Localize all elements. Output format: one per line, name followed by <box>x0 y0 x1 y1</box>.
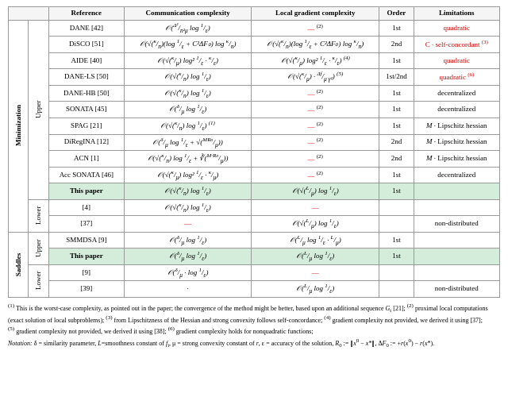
limit-danehb50: decentralized <box>414 85 499 102</box>
footnote-1: (1) This is the worst-case complexity, a… <box>8 302 500 324</box>
ref-lower37: [37] <box>48 216 124 233</box>
local-sonata45: — (2) <box>252 102 379 118</box>
ref-acn1: ACN [1] <box>48 151 124 168</box>
comm-disco51: 𝒪 (√(κ/n)(log 1/ε + C²ΔF₀) log κ/n) <box>124 37 252 53</box>
main-page: Reference Communication complexity Local… <box>0 0 508 357</box>
limit-lower4 <box>414 199 499 216</box>
limit-thispaper-sad <box>414 249 499 265</box>
local-diregina12: — (2) <box>252 134 379 151</box>
table-row: DiSCO [51] 𝒪 (√(κ/n)(log 1/ε + C²ΔF₀) lo… <box>9 37 500 53</box>
table-row: SONATA [45] 𝒪 (δ/μ log 1/ε) — (2) 1st de… <box>9 102 500 118</box>
header-empty <box>9 7 49 21</box>
local-smmdsa9: 𝒪 (L/μ log 1/ε · L/μ) <box>252 232 379 249</box>
comm-thispaper-sad: 𝒪 (δ/μ log 1/ε) <box>124 249 252 265</box>
table-row: Minimization Upper DANE [42] 𝒪 (Δ²/n²μ l… <box>9 20 500 37</box>
order-lower37 <box>379 216 414 233</box>
comm-smmdsa9: 𝒪 (δ/μ log 1/ε) <box>124 232 252 249</box>
local-disco51: 𝒪 (√(κ/n)(log 1/ε + C²ΔF₀) log κ/n) <box>252 37 379 53</box>
ref-danels50: DANE-LS [50] <box>48 69 124 86</box>
table-row-this-paper-min: This paper 𝒪 (√(κ/n) log 1/ε) 𝒪 (√(L/μ) … <box>9 183 500 200</box>
limit-diregina12: M · Lipschitz hessian <box>414 134 499 151</box>
order-danehb50: 1st <box>379 85 414 102</box>
limit-danels50: quadratic (6) <box>414 69 499 86</box>
order-danels50: 1st/2nd <box>379 69 414 86</box>
ref-accsonata46: Acc SONATA [46] <box>48 167 124 183</box>
local-accsonata46: — (2) <box>252 167 379 183</box>
sublabel-upper-sad: Upper <box>29 232 48 264</box>
limit-smmdsa9 <box>414 232 499 249</box>
footnote-2: (5) gradient complexity not provided, we… <box>8 326 500 336</box>
comm-accsonata46: 𝒪 (√(κ/μ) log² 1/ε · κ/μ) <box>124 167 252 183</box>
comm-lower37: — <box>124 216 252 233</box>
table-row: ACN [1] 𝒪 (√(κ/n) log 1/ε + ∛(M·R₀/μ)) —… <box>9 151 500 168</box>
table-row: Lower [4] 𝒪 (√(κ/n) log 1/ε) — <box>9 199 500 216</box>
header-reference: Reference <box>48 7 124 21</box>
order-accsonata46: 1st <box>379 167 414 183</box>
local-sad-lower39: 𝒪 (L/μ log 1/ε) <box>252 281 379 298</box>
ref-thispaper-sad: This paper <box>48 249 124 265</box>
limit-spag21: M · Lipschitz hessian <box>414 118 499 134</box>
local-acn1: — (2) <box>252 151 379 168</box>
section-saddles: Saddles <box>9 232 29 297</box>
ref-spag21: SPAG [21] <box>48 118 124 134</box>
ref-dane42: DANE [42] <box>48 20 124 37</box>
section-minimization: Minimization <box>9 20 29 232</box>
order-diregina12: 2nd <box>379 134 414 151</box>
ref-disco51: DiSCO [51] <box>48 37 124 53</box>
limit-lower37: non-distributed <box>414 216 499 233</box>
ref-sad-lower39: [39] <box>48 281 124 298</box>
table-row: SPAG [21] 𝒪 (√(κ/n) log 1/ε) (1) — (2) 1… <box>9 118 500 134</box>
header-limitations: Limitations <box>414 7 499 21</box>
comm-thispaper-min: 𝒪 (√(κ/n) log 1/ε) <box>124 183 252 200</box>
ref-lower4: [4] <box>48 199 124 216</box>
order-disco51: 2nd <box>379 37 414 53</box>
order-sad-lower9 <box>379 264 414 281</box>
local-thispaper-sad: 𝒪 (L/μ log 1/ε) <box>252 249 379 265</box>
comm-sonata45: 𝒪 (δ/μ log 1/ε) <box>124 102 252 118</box>
table-row: Lower [9] 𝒪 (δ/μ · log 1/ε) — <box>9 264 500 281</box>
limit-disco51: C · self-concordant (3) <box>414 37 499 53</box>
table-row: DANE-HB [50] 𝒪 (√(κ/n) log 1/ε) — (2) 1s… <box>9 85 500 102</box>
limit-sad-lower9 <box>414 264 499 281</box>
limit-aide40: quadratic <box>414 52 499 69</box>
order-aide40: 1st <box>379 52 414 69</box>
ref-aide40: AIDE [40] <box>48 52 124 69</box>
header-local: Local gradient complexity <box>252 7 379 21</box>
order-acn1: 2nd <box>379 151 414 168</box>
sublabel-upper-min: Upper <box>29 20 48 199</box>
local-lower37: 𝒪 (√(L/μ) log 1/ε) <box>252 216 379 233</box>
sublabel-lower-sad: Lower <box>29 264 48 297</box>
local-danehb50: — (2) <box>252 85 379 102</box>
table-row: Saddles Upper SMMDSA [9] 𝒪 (δ/μ log 1/ε)… <box>9 232 500 249</box>
local-spag21: — (2) <box>252 118 379 134</box>
header-order: Order <box>379 7 414 21</box>
order-thispaper-min: 1st <box>379 183 414 200</box>
ref-thispaper-min: This paper <box>48 183 124 200</box>
comm-danels50: 𝒪 (√(κ/n) log 1/ε) <box>124 69 252 86</box>
table-row: Acc SONATA [46] 𝒪 (√(κ/μ) log² 1/ε · κ/μ… <box>9 167 500 183</box>
table-row-this-paper-sad: This paper 𝒪 (δ/μ log 1/ε) 𝒪 (L/μ log 1/… <box>9 249 500 265</box>
table-row: AIDE [40] 𝒪 (√(κ/μ) log² 1/ε · κ/ε) 𝒪 (√… <box>9 52 500 69</box>
limit-sonata45: decentralized <box>414 102 499 118</box>
table-row: DANE-LS [50] 𝒪 (√(κ/n) log 1/ε) 𝒪 (√(κ/μ… <box>9 69 500 86</box>
comm-aide40: 𝒪 (√(κ/μ) log² 1/ε · κ/ε) <box>124 52 252 69</box>
comm-lower4: 𝒪 (√(κ/n) log 1/ε) <box>124 199 252 216</box>
limit-sad-lower39: non-distributed <box>414 281 499 298</box>
ref-smmdsa9: SMMDSA [9] <box>48 232 124 249</box>
ref-sonata45: SONATA [45] <box>48 102 124 118</box>
order-dane42: 1st <box>379 20 414 37</box>
local-danels50: 𝒪 (√(κ/μ) · Δf/μ γ²) (5) <box>252 69 379 86</box>
comm-danehb50: 𝒪 (√(κ/n) log 1/ε) <box>124 85 252 102</box>
table-row: [37] — 𝒪 (√(L/μ) log 1/ε) non-distribute… <box>9 216 500 233</box>
order-sad-lower39 <box>379 281 414 298</box>
local-thispaper-min: 𝒪 (√(L/μ) log 1/ε) <box>252 183 379 200</box>
comm-spag21: 𝒪 (√(κ/n) log 1/ε) (1) <box>124 118 252 134</box>
limit-acn1: M · Lipschitz hessian <box>414 151 499 168</box>
limit-accsonata46: decentralized <box>414 167 499 183</box>
comm-diregina12: 𝒪 (δ/μ log 1/ε + √(MR₀/μ)) <box>124 134 252 151</box>
comm-sad-lower39: · <box>124 281 252 298</box>
limit-thispaper-min <box>414 183 499 200</box>
local-lower4: — <box>252 199 379 216</box>
limit-dane42: quadratic <box>414 20 499 37</box>
sublabel-lower-min: Lower <box>29 199 48 232</box>
